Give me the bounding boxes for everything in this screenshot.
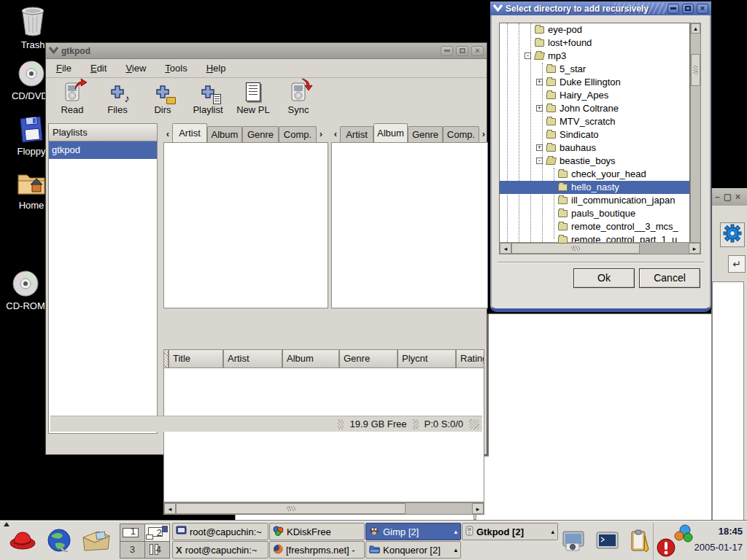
window-menu-icon[interactable] [49,45,58,56]
tray-shapes-icon[interactable] [673,524,694,546]
column-header-album[interactable]: Album [282,349,339,368]
screenshot-applet[interactable] [560,530,587,555]
tree-item-john-coltrane[interactable]: + John Coltrane [500,102,689,115]
terminal-applet[interactable] [595,531,619,554]
tab-album[interactable]: Album [374,123,408,142]
klipper-applet[interactable] [629,529,651,556]
enter-button[interactable]: ↵ [728,255,746,273]
menu-tools[interactable]: Tools [165,63,187,74]
clock[interactable]: 18:45 2005-01-17 [692,524,743,559]
scroll-left-icon[interactable]: ◂ [164,503,176,514]
minimize-icon[interactable]: – [715,192,720,202]
tab-artist[interactable]: Artist [340,126,374,142]
pager-desktop-3[interactable]: 3 [120,542,144,559]
new-playlist-button[interactable]: New PL [233,81,274,122]
task-konsole[interactable]: root@capuchin:~ [172,523,268,540]
pager-desktop-2[interactable]: 2 [145,524,169,541]
column-header-rating[interactable]: Rating [456,349,484,368]
gear-button[interactable] [720,222,745,247]
tree-item-eye-pod[interactable]: eye-pod [500,23,689,36]
menu-edit[interactable]: Edit [90,63,107,74]
tree-expander-icon[interactable]: + [536,79,543,85]
tab-scroll-left-icon[interactable]: ‹ [163,128,172,142]
sync-button[interactable]: Sync [278,81,319,122]
minimize-button[interactable] [441,46,453,56]
menu-help[interactable]: Help [206,63,226,74]
files-button[interactable]: ♪ Files [97,81,138,122]
tab-scroll-left-icon[interactable]: ‹ [331,128,340,142]
maximize-button[interactable] [456,46,468,56]
close-icon[interactable]: × [735,192,740,202]
column-header-plycnt[interactable]: Plycnt [398,349,456,368]
drag-handle-icon[interactable] [163,349,169,368]
scrollbar-thumb[interactable] [511,243,640,254]
gtkpod-titlebar[interactable]: gtkpod × [46,43,487,59]
ok-button[interactable]: Ok [573,268,635,288]
read-button[interactable]: Read [52,81,93,122]
sort-list-left[interactable] [163,142,328,308]
tree-item-5-star[interactable]: 5_star [500,63,689,76]
task-firefox[interactable]: [freshrpms.net] - [269,541,365,559]
tab-genre[interactable]: Genre [242,126,279,142]
task-konqueror[interactable]: Konqueror [2] ▴ [365,541,461,559]
browser-launcher[interactable] [45,527,73,558]
tree-item-pauls-boutique[interactable]: pauls_boutique [500,207,689,220]
scroll-right-icon[interactable]: ▸ [689,243,700,254]
close-button[interactable]: × [471,46,484,56]
scrollbar-thumb[interactable] [691,54,700,86]
dialog-titlebar[interactable]: Select directory to add recursively × [490,1,711,15]
scroll-up-icon[interactable]: ▴ [691,23,700,34]
tree-item-check-your-head[interactable]: check_your_head [500,168,689,181]
tree-expander-icon[interactable]: + [536,105,543,112]
kmenu-button[interactable] [9,529,36,553]
tree-item-mtv-scratch[interactable]: MTV_scratch [500,115,689,128]
tree-item-duke-ellington[interactable]: + Duke Ellington [500,76,689,89]
tab-comp[interactable]: Comp. [279,126,317,142]
tree-expander-icon[interactable]: - [525,52,531,59]
playlists-header[interactable]: Playlists [48,123,158,141]
tree-item-mp3[interactable]: - mp3 [500,50,689,63]
scrollbar-thumb[interactable] [176,503,406,514]
pager-desktop-4[interactable]: 4 [145,542,169,559]
pager-desktop-1[interactable]: 1 [120,524,144,541]
playlist-button[interactable]: Playlist [187,81,228,122]
close-button[interactable]: × [697,4,708,14]
tree-item-hairy-apes[interactable]: Hairy_Apes [500,89,689,102]
tab-album[interactable]: Album [207,126,242,142]
scroll-right-icon[interactable]: ▸ [472,503,484,514]
tree-item-bauhaus[interactable]: + bauhaus [500,141,689,155]
desktop-icon-cdrom[interactable]: CD-ROM [0,270,51,311]
tree-item-sindicato[interactable]: Sindicato [500,128,689,141]
horizontal-scrollbar[interactable]: ◂ ▸ [499,242,701,254]
tree-item-lost-found[interactable]: lost+found [500,36,689,50]
tab-comp[interactable]: Comp. [443,126,479,142]
sort-list-right[interactable] [331,142,488,308]
tab-scroll-right-icon[interactable]: › [479,128,488,142]
partial-window-titlebar[interactable]: – ▢ × [712,188,747,206]
tree-item-hello-nasty-selected[interactable]: hello_nasty [500,181,689,194]
window-menu-icon[interactable] [493,3,503,14]
dirs-button[interactable]: Dirs [142,81,183,122]
mail-launcher[interactable] [82,530,111,555]
menu-view[interactable]: View [125,63,146,74]
cancel-button[interactable]: Cancel [639,268,700,288]
vertical-scrollbar[interactable]: ▴ ▾ [690,23,701,253]
task-gtkpod[interactable]: Gtkpod [2] ▴ [462,523,558,540]
task-kdiskfree[interactable]: KDiskFree [269,523,365,540]
column-header-title[interactable]: Title [169,349,223,368]
minimize-button[interactable] [667,4,679,14]
alert-icon[interactable] [656,537,676,560]
tab-scroll-right-icon[interactable]: › [317,128,325,142]
task-gimp-active[interactable]: Gimp [2] ▴ [365,523,461,540]
scroll-left-icon[interactable]: ◂ [500,243,511,254]
tree-item-beastie-boys[interactable]: - beastie_boys [500,155,689,168]
tree-expander-icon[interactable]: + [536,144,543,151]
task-xterm[interactable]: X root@capuchin:~ [172,541,268,559]
horizontal-scrollbar[interactable]: ◂ ▸ [163,502,484,515]
panel-hide-arrow-icon[interactable] [4,522,9,526]
tree-item-ill-communication[interactable]: ill_communication_japan [500,194,689,207]
column-header-artist[interactable]: Artist [223,349,282,368]
maximize-icon[interactable]: ▢ [724,192,732,202]
menu-file[interactable]: File [56,63,71,74]
tree-item-remote-control-3mcs[interactable]: remote_control__3_mcs_ [500,220,689,233]
